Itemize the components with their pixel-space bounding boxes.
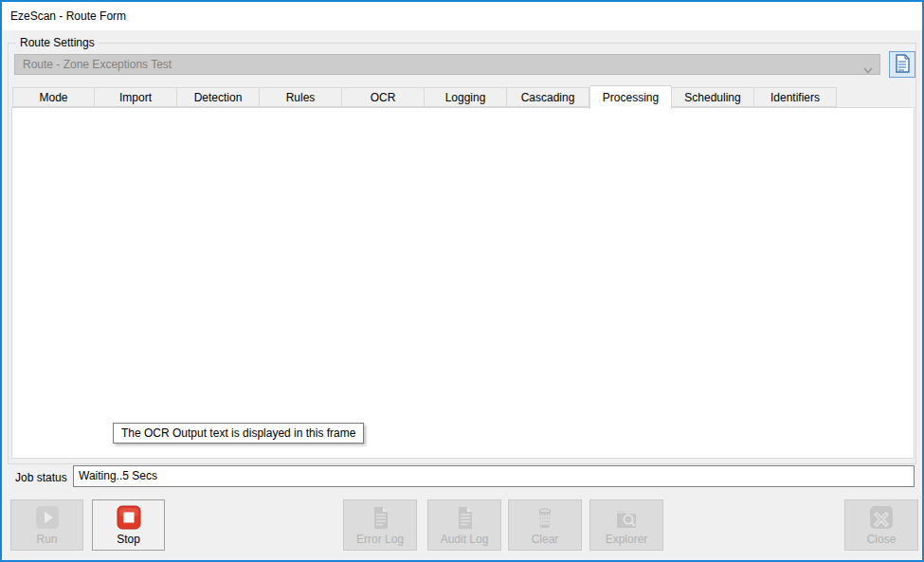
document-icon [894,54,911,76]
audit-log-button[interactable]: Audit Log [427,499,501,551]
route-settings-label: Route Settings [16,36,99,49]
tab-scheduling[interactable]: Scheduling [672,87,754,107]
tab-import[interactable]: Import [95,87,177,107]
close-icon [867,505,896,532]
window-title: EzeScan - Route Form [10,9,126,23]
tab-detection[interactable]: Detection [177,87,260,107]
route-select-value: Route - Zone Exceptions Test [23,58,172,71]
job-status-label: Job status [15,471,67,484]
tab-cascading[interactable]: Cascading [507,87,589,107]
view-route-document-button[interactable] [889,51,915,78]
folder-search-icon [612,505,641,532]
clear-button[interactable]: Clear [508,499,582,551]
audit-log-icon [450,505,479,532]
run-button[interactable]: Run [10,499,83,551]
tab-mode[interactable]: Mode [12,87,95,107]
ocr-output-tooltip: The OCR Output text is displayed in this… [113,423,364,444]
tab-processing[interactable]: Processing [589,85,672,109]
error-log-button[interactable]: Error Log [343,499,417,551]
close-button[interactable]: Close [844,499,918,551]
trash-icon [531,505,559,532]
title-bar[interactable]: EzeScan - Route Form [2,2,922,30]
route-select[interactable]: Route - Zone Exceptions Test [14,54,880,75]
tab-ocr[interactable]: OCR [342,87,425,107]
stop-icon [115,505,143,532]
route-form-window: EzeScan - Route Form Route Settings Rout… [0,0,924,562]
chevron-down-icon [863,61,873,75]
tab-rules[interactable]: Rules [260,87,342,107]
route-tab-strip: Mode Import Detection Rules OCR Logging … [12,85,837,107]
stop-button[interactable]: Stop [92,499,165,551]
processing-tab-page [11,107,915,459]
explorer-button[interactable]: Explorer [589,499,663,551]
play-icon [33,505,62,532]
error-log-icon [366,505,394,532]
tab-logging[interactable]: Logging [425,87,507,107]
job-status-field[interactable]: Waiting..5 Secs [73,465,915,487]
tab-identifiers[interactable]: Identifiers [754,87,837,107]
